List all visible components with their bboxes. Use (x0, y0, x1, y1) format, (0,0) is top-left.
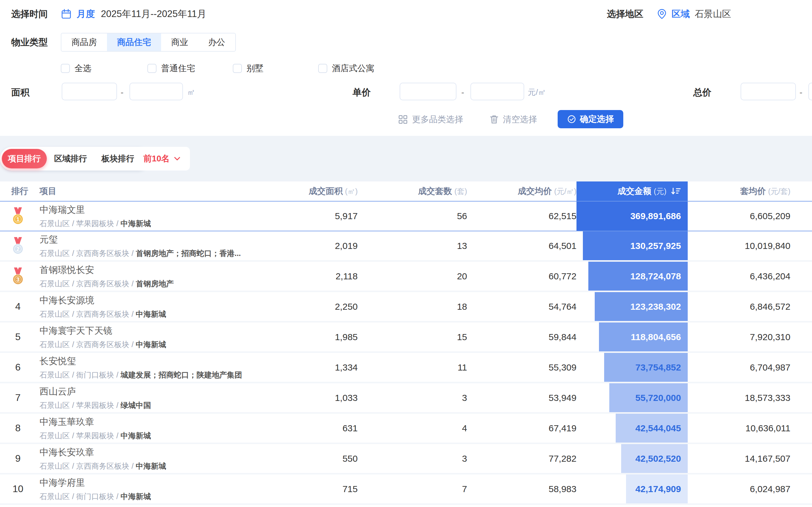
deal-units-value: 18 (358, 301, 467, 312)
deal-area-value: 631 (277, 423, 358, 434)
unit-avg-value: 7,920,310 (688, 332, 791, 342)
deal-units-value: 3 (358, 453, 467, 464)
project-name[interactable]: 中海瑞文里 (40, 204, 277, 216)
property-type-tab[interactable]: 办公 (198, 34, 235, 51)
project-name[interactable]: 长安悦玺 (40, 355, 277, 368)
amount-cell: 42,502,520 (577, 444, 688, 473)
project-subtitle: 石景山区 / 苹果园板块 / 中海新城 (40, 219, 277, 229)
project-cell: 中海学府里 石景山区 / 衙门口板块 / 中海新城 (40, 474, 277, 503)
subtype-label: 全选 (74, 63, 92, 74)
amount-cell: 128,724,078 (577, 262, 688, 291)
svg-text:2: 2 (16, 246, 19, 252)
project-cell: 中海长安玖章 石景山区 / 京西商务区板块 / 中海新城 (40, 444, 277, 473)
rank-number: 5 (11, 331, 24, 343)
time-range-value[interactable]: 2025年11月--2025年11月 (101, 8, 206, 20)
subtype-label: 别墅 (246, 63, 264, 74)
subtype-checkbox-row: 全选 普通住宅 别墅 酒店式公寓 (0, 57, 812, 80)
property-type-row: 物业类型 商品房商品住宅商业办公 (0, 28, 812, 57)
avg-price-value: 53,949 (467, 393, 577, 403)
total-price-range-dash: - (800, 88, 802, 97)
more-categories-label: 更多品类选择 (412, 114, 463, 125)
total-price-max-input[interactable] (808, 83, 812, 100)
real-estate-ranking-page: 选择时间 月度 2025年11月--2025年11月 选择地区 区域 (0, 0, 812, 507)
area-min-input[interactable] (62, 83, 117, 100)
checkbox[interactable] (233, 64, 242, 73)
total-price-label: 总价 (693, 86, 711, 99)
ranking-tab[interactable]: 区域排行 (47, 149, 94, 168)
subtype-option[interactable]: 普通住宅 (148, 63, 195, 74)
header-unit-avg: 套均价 (元/套) (688, 185, 791, 197)
table-row[interactable]: 10 中海学府里 石景山区 / 衙门口板块 / 中海新城 715 7 58,98… (0, 474, 812, 505)
table-row[interactable]: 1 中海瑞文里 石景山区 / 苹果园板块 / 中海新城 5,917 56 62,… (0, 201, 812, 231)
deal-units-value: 4 (358, 423, 467, 434)
unit-avg-value: 6,024,987 (688, 484, 791, 494)
rank-cell: 1 (11, 202, 40, 231)
more-categories-button[interactable]: 更多品类选择 (398, 114, 463, 125)
developer-name: 绿城中国 (121, 401, 151, 409)
clear-selection-button[interactable]: 清空选择 (489, 114, 537, 125)
rank-cell: 4 (11, 292, 40, 321)
property-type-tab[interactable]: 商品房 (61, 34, 107, 51)
project-subtitle: 石景山区 / 苹果园板块 / 中海新城 (40, 431, 277, 441)
checkbox[interactable] (61, 64, 70, 73)
area-max-input[interactable] (129, 83, 183, 100)
rank-number: 7 (11, 392, 24, 403)
deal-units-value: 20 (358, 271, 467, 281)
checkbox[interactable] (318, 64, 327, 73)
deal-area-value: 715 (277, 484, 358, 494)
filter-panel: 选择时间 月度 2025年11月--2025年11月 选择地区 区域 (0, 0, 812, 136)
subtype-option[interactable]: 别墅 (233, 63, 264, 74)
grid-icon (398, 115, 408, 124)
amount-cell: 55,720,000 (577, 383, 688, 412)
project-name[interactable]: 首钢璟悦长安 (40, 264, 277, 276)
table-row[interactable]: 6 长安悦玺 石景山区 / 衙门口板块 / 城建发展；招商蛇口；陕建地产集团 1… (0, 353, 812, 383)
checkbox[interactable] (148, 64, 157, 73)
avg-price-value: 55,309 (467, 362, 577, 373)
rank-number: 8 (11, 422, 24, 434)
project-name[interactable]: 中海长安源境 (40, 294, 277, 307)
project-subtitle: 石景山区 / 京西商务区板块 / 首钢房地产 (40, 279, 277, 289)
project-name[interactable]: 元玺 (40, 233, 277, 246)
ranking-tab-band: 项目排行区域排行板块排行 前10名 (0, 136, 812, 181)
project-name[interactable]: 中海学府里 (40, 476, 277, 489)
unit-price-unit: 元/㎡ (528, 87, 546, 98)
table-row[interactable]: 9 中海长安玖章 石景山区 / 京西商务区板块 / 中海新城 550 3 77,… (0, 444, 812, 474)
avg-price-value: 67,419 (467, 423, 577, 434)
sort-desc-icon[interactable] (671, 187, 681, 195)
property-type-tab[interactable]: 商品住宅 (107, 34, 161, 51)
unit-price-min-input[interactable] (400, 83, 456, 100)
project-name[interactable]: 中海玉華玖章 (40, 416, 277, 428)
deal-units-value: 11 (358, 362, 467, 373)
property-type-tab[interactable]: 商业 (161, 34, 198, 51)
project-name[interactable]: 中海长安玖章 (40, 446, 277, 459)
table-row[interactable]: 7 西山云庐 石景山区 / 苹果园板块 / 绿城中国 1,033 3 53,94… (0, 383, 812, 414)
confirm-selection-button[interactable]: 确定选择 (558, 110, 623, 128)
deal-units-value: 13 (358, 241, 467, 251)
unit-avg-value: 6,846,572 (688, 301, 791, 312)
rank-number: 4 (11, 301, 24, 312)
unit-avg-value: 6,704,987 (688, 362, 791, 373)
time-mode-link[interactable]: 月度 (76, 8, 95, 20)
project-name[interactable]: 中海寰宇天下天镜 (40, 325, 277, 337)
range-filter-row: 面积 - ㎡ 单价 - 元/㎡ 总价 - (0, 80, 812, 107)
subtype-option[interactable]: 酒店式公寓 (318, 63, 374, 74)
amount-value: 55,720,000 (635, 393, 681, 403)
project-name[interactable]: 西山云庐 (40, 385, 277, 398)
table-row[interactable]: 2 元玺 石景山区 / 京西商务区板块 / 首钢房地产；招商蛇口；香港... 2… (0, 231, 812, 262)
table-row[interactable]: 3 首钢璟悦长安 石景山区 / 京西商务区板块 / 首钢房地产 2,118 20… (0, 262, 812, 292)
region-type-link[interactable]: 区域 (672, 8, 690, 20)
table-row[interactable]: 8 中海玉華玖章 石景山区 / 苹果园板块 / 中海新城 631 4 67,41… (0, 414, 812, 444)
amount-value: 130,257,925 (630, 241, 681, 251)
subtype-option[interactable]: 全选 (61, 63, 92, 74)
total-price-min-input[interactable] (741, 83, 796, 100)
table-row[interactable]: 4 中海长安源境 石景山区 / 京西商务区板块 / 中海新城 2,250 18 … (0, 292, 812, 323)
region-value[interactable]: 石景山区 (695, 8, 731, 20)
rank-cell: 9 (11, 444, 40, 473)
unit-price-max-input[interactable] (470, 83, 524, 100)
top-n-filter-button[interactable]: 前10名 (134, 147, 190, 171)
header-amount-sorted[interactable]: 成交金额 (元) (577, 181, 688, 201)
region-filter-label: 选择地区 (607, 8, 656, 20)
ranking-tab[interactable]: 项目排行 (2, 149, 47, 168)
table-row[interactable]: 5 中海寰宇天下天镜 石景山区 / 京西商务区板块 / 中海新城 1,985 1… (0, 323, 812, 353)
avg-price-value: 54,764 (467, 301, 577, 312)
